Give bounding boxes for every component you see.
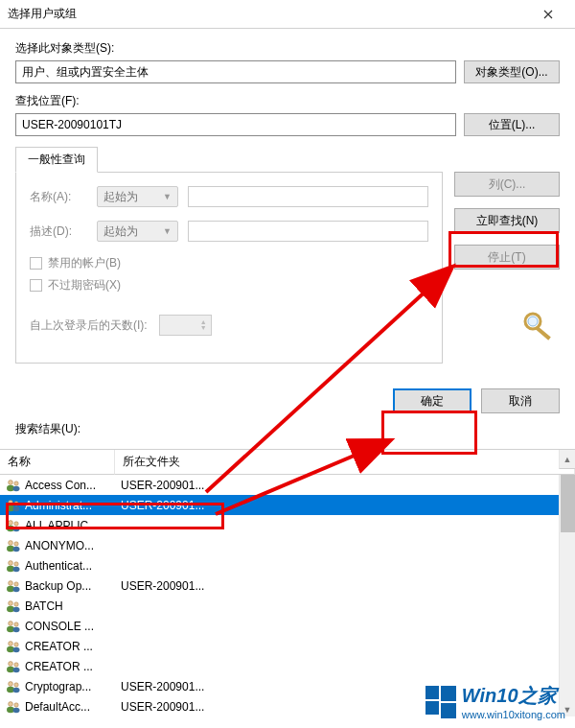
user-group-icon (6, 700, 21, 714)
svg-point-26 (13, 586, 20, 592)
close-icon (543, 10, 553, 19)
table-row[interactable]: Administrat...USER-200901... (0, 495, 575, 515)
no-expire-checkbox[interactable] (30, 279, 42, 292)
table-row[interactable]: DefaultAcc...USER-200901... (0, 696, 575, 716)
user-group-icon (6, 519, 21, 532)
row-folder: USER-200901... (115, 680, 575, 693)
user-group-icon (6, 559, 21, 573)
svg-point-11 (9, 520, 13, 525)
svg-point-17 (14, 541, 18, 545)
row-folder: USER-200901... (115, 579, 575, 593)
row-folder: USER-200901... (115, 499, 575, 512)
location-label: 查找位置(F): (15, 93, 560, 109)
object-type-input[interactable] (15, 60, 456, 83)
ok-button[interactable]: 确定 (393, 388, 472, 413)
column-folder[interactable]: 所在文件夹 (115, 450, 575, 475)
svg-point-19 (9, 560, 13, 565)
svg-point-9 (14, 501, 18, 505)
days-since-logon-input[interactable]: ▲▼ (159, 315, 212, 336)
results-grid: 名称 所在文件夹 ▲ ▼ Access Con...USER-200901...… (0, 449, 575, 716)
svg-point-15 (9, 540, 13, 545)
results-label: 搜索结果(U): (15, 421, 560, 437)
user-group-icon (6, 499, 21, 512)
svg-point-39 (9, 661, 13, 666)
name-op-value: 起始为 (104, 189, 138, 205)
object-type-label: 选择此对象类型(S): (15, 40, 560, 57)
row-folder: USER-200901... (115, 479, 575, 492)
cancel-button[interactable]: 取消 (481, 388, 560, 413)
object-types-button[interactable]: 对象类型(O)... (464, 60, 560, 83)
svg-point-23 (9, 580, 13, 585)
table-row[interactable]: Cryptograp...USER-200901... (0, 676, 575, 696)
svg-point-41 (14, 662, 18, 666)
tabs: 一般性查询 名称(A): 起始为 ▼ 描述(D): 起 (15, 146, 560, 364)
svg-point-37 (14, 642, 18, 646)
spinner-icon: ▲▼ (200, 319, 207, 331)
tab-general-query[interactable]: 一般性查询 (15, 147, 98, 173)
search-key-icon (521, 310, 560, 341)
table-row[interactable]: Authenticat... (0, 555, 575, 575)
svg-point-5 (14, 481, 18, 484)
window-title: 选择用户或组 (8, 6, 529, 22)
svg-point-7 (9, 500, 13, 505)
svg-point-34 (13, 626, 20, 632)
table-row[interactable]: Access Con...USER-200901... (0, 475, 575, 495)
table-row[interactable]: CONSOLE ... (0, 616, 575, 636)
dialog-content: 选择此对象类型(S): 对象类型(O)... 查找位置(F): 位置(L)...… (0, 29, 575, 449)
vertical-scrollbar[interactable]: ▼ (559, 475, 575, 716)
svg-point-25 (14, 581, 18, 585)
titlebar: 选择用户或组 (0, 0, 575, 29)
svg-point-6 (13, 485, 20, 491)
row-name: DefaultAcc... (25, 700, 90, 714)
row-name: CREATOR ... (25, 640, 93, 653)
general-query-panel: 名称(A): 起始为 ▼ 描述(D): 起始为 ▼ (15, 172, 443, 364)
svg-point-2 (528, 317, 538, 326)
table-row[interactable]: BATCH (0, 596, 575, 616)
stop-button[interactable]: 停止(T) (454, 245, 560, 270)
svg-point-13 (14, 521, 18, 525)
row-folder: USER-200901... (115, 700, 575, 714)
locations-button[interactable]: 位置(L)... (464, 113, 560, 136)
row-name: ALL APPLIC... (25, 519, 98, 532)
table-row[interactable]: ALL APPLIC... (0, 515, 575, 535)
table-row[interactable]: CREATOR ... (0, 656, 575, 676)
no-expire-label: 不过期密码(X) (48, 277, 121, 294)
scrollbar-thumb[interactable] (561, 475, 575, 532)
name-filter-input[interactable] (188, 186, 428, 207)
svg-point-18 (13, 546, 20, 552)
table-row[interactable]: ANONYMO... (0, 535, 575, 555)
column-name[interactable]: 名称 (0, 450, 115, 475)
desc-field-label: 描述(D): (30, 223, 87, 240)
svg-point-46 (13, 687, 20, 693)
desc-filter-input[interactable] (188, 221, 428, 242)
svg-point-38 (13, 646, 20, 652)
svg-point-43 (9, 681, 13, 686)
close-button[interactable] (529, 0, 567, 29)
columns-button[interactable]: 列(C)... (454, 172, 560, 197)
table-row[interactable]: CREATOR ... (0, 636, 575, 656)
name-op-combo[interactable]: 起始为 ▼ (97, 186, 178, 207)
chevron-down-icon: ▼ (163, 226, 172, 236)
location-input[interactable] (15, 113, 456, 136)
table-row[interactable]: Backup Op...USER-200901... (0, 575, 575, 596)
user-group-icon (6, 620, 21, 633)
svg-point-50 (13, 707, 20, 713)
user-group-icon (6, 539, 21, 552)
svg-point-30 (13, 606, 20, 612)
user-group-icon (6, 599, 21, 613)
svg-point-22 (13, 566, 20, 572)
disabled-accounts-checkbox[interactable] (30, 257, 42, 270)
row-name: Access Con... (25, 479, 96, 492)
user-group-icon (6, 640, 21, 653)
user-group-icon (6, 680, 21, 693)
desc-op-combo[interactable]: 起始为 ▼ (97, 221, 178, 242)
find-now-button[interactable]: 立即查找(N) (454, 208, 560, 233)
scroll-down-button[interactable]: ▼ (560, 703, 575, 716)
svg-point-14 (13, 526, 20, 531)
scroll-up-button[interactable]: ▲ (559, 450, 575, 469)
svg-point-10 (13, 505, 20, 511)
grid-body: ▼ Access Con...USER-200901...Administrat… (0, 475, 575, 716)
svg-rect-1 (535, 326, 550, 341)
row-name: CREATOR ... (25, 660, 93, 673)
days-since-logon-label: 自上次登录后的天数(I): (30, 317, 148, 334)
